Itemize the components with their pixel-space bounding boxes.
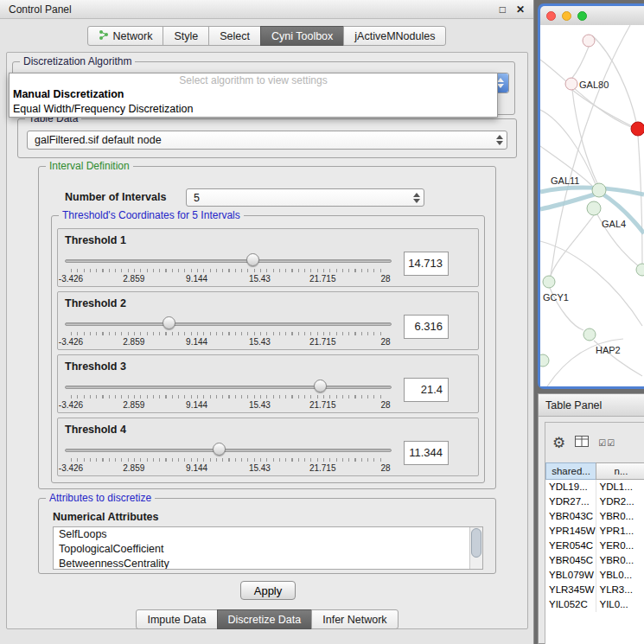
table-row[interactable]: YBR043CYBR0... [545,509,644,524]
table-row[interactable]: YBL079WYBL0... [545,568,644,583]
dropdown-option-manual-discretization[interactable]: Manual Discretization [10,87,497,102]
scrollbar-thumb[interactable] [471,528,481,558]
slider-thumb[interactable] [314,379,327,392]
slider-tick-label: 28 [380,400,390,410]
network-node[interactable] [631,122,644,136]
threshold-1-panel: Threshold 1 -3.4262.8599.14415.4321.7152… [57,228,479,287]
table-row[interactable]: YDL19...YDL1... [545,480,644,494]
slider-tick-label: 15.43 [249,400,271,410]
slider-thumb[interactable] [213,443,226,456]
show-columns-icon[interactable] [575,436,589,450]
network-graph: GAL80GAL11GAL4GCY1HAP2 [540,25,644,386]
table-cell[interactable]: YER054C [545,539,596,553]
table-cell[interactable]: YBR045C [545,553,596,568]
attribute-list-item[interactable]: SelfLoops [54,527,482,542]
close-icon[interactable]: ✕ [516,4,525,15]
number-of-intervals-select[interactable]: 5 [186,188,424,207]
dropdown-option-equal-width[interactable]: Equal Width/Frequency Discretization [10,102,497,117]
table-cell[interactable]: YER0... [596,539,644,553]
tab-impute-data[interactable]: Impute Data [136,609,217,629]
threshold-2-slider[interactable]: -3.4262.8599.14415.4321.71528 [65,315,392,349]
control-panel-tabbar: Network Style Select Cyni Toolbox jActiv… [0,26,533,46]
network-nodes: GAL80GAL11GAL4GCY1HAP2 [540,35,644,367]
table-cell[interactable]: YIL0... [596,597,644,612]
slider-thumb[interactable] [246,253,259,266]
threshold-4-value-field[interactable]: 11.344 [404,441,449,465]
network-node[interactable] [583,328,596,341]
column-header-name[interactable]: n... [596,462,644,480]
table-cell[interactable]: YIL052C [545,597,596,612]
table-cell[interactable]: YDL1... [596,480,644,494]
slider-ruler-ticks [71,332,386,335]
threshold-3-slider[interactable]: -3.4262.8599.14415.4321.71528 [65,378,392,412]
numerical-attributes-list[interactable]: SelfLoopsTopologicalCoefficientBetweenne… [53,526,483,570]
network-node[interactable] [565,78,577,90]
network-node[interactable] [587,201,601,215]
zoom-traffic-light-icon[interactable] [577,11,587,21]
slider-tick-label: 9.144 [186,463,207,473]
threshold-3-value-field[interactable]: 21.4 [404,378,449,402]
select-columns-icon[interactable]: ☑☑ [598,438,615,448]
table-cell[interactable]: YPR145W [545,524,596,539]
tab-label: Style [174,30,198,42]
attribute-list-item[interactable]: TopologicalCoefficient [54,542,482,557]
table-cell[interactable]: YBR0... [596,509,644,524]
slider-tick-label: 9.144 [186,400,207,410]
tab-network[interactable]: Network [87,26,164,46]
table-row[interactable]: YER054CYER0... [545,539,644,553]
table-cell[interactable]: YDL19... [545,480,596,494]
gear-icon[interactable]: ⚙ [552,436,565,450]
table-data-select[interactable]: galFiltered.sif default node [27,131,507,150]
threshold-4-panel: Threshold 4 -3.4262.8599.14415.4321.7152… [57,418,479,476]
table-cell[interactable]: YBL079W [545,568,596,583]
threshold-label: Threshold 4 [65,424,126,436]
slider-tick-label: -3.426 [59,463,83,473]
network-node[interactable] [636,264,644,276]
table-data-selected-value: galFiltered.sif default node [28,134,162,146]
table-cell[interactable]: YDR2... [596,494,644,509]
table-cell[interactable]: YPR1... [596,524,644,539]
network-node-label: GAL80 [579,80,609,90]
table-cell[interactable]: YLR345W [545,583,596,597]
table-cell[interactable]: YLR3... [596,583,644,597]
table-cell[interactable]: YBR043C [545,509,596,524]
table-row[interactable]: YBR045CYBR0... [545,553,644,568]
table-cell[interactable]: YBR0... [596,553,644,568]
table-row[interactable]: YPR145WYPR1... [545,524,644,539]
network-node[interactable] [540,354,549,367]
table-row[interactable]: YLR345WYLR3... [545,583,644,597]
tab-discretize-data[interactable]: Discretize Data [217,609,313,629]
apply-button[interactable]: Apply [240,581,296,600]
threshold-1-slider[interactable]: -3.4262.8599.14415.4321.71528 [65,252,392,286]
network-node[interactable] [583,35,595,47]
table-cell[interactable]: YDR27... [545,494,596,509]
minimize-traffic-light-icon[interactable] [562,11,571,21]
tab-cyni-toolbox[interactable]: Cyni Toolbox [260,26,344,46]
table-data-group: Table Data galFiltered.sif default node [17,118,517,158]
threshold-4-slider[interactable]: -3.4262.8599.14415.4321.71528 [65,441,392,475]
column-header-shared-name[interactable]: shared... [545,462,596,480]
table-cell[interactable]: YBL0... [596,568,644,583]
attributes-list-scrollbar[interactable] [469,527,482,569]
tab-jactivemnodules[interactable]: jActiveMNodules [343,26,446,46]
close-traffic-light-icon[interactable] [546,11,556,21]
slider-tick-label: -3.426 [59,274,83,284]
tab-style[interactable]: Style [163,26,209,46]
slider-tick-label: -3.426 [59,337,83,347]
combo-stepper-icon [496,131,503,149]
threshold-1-value-field[interactable]: 14.713 [404,252,449,276]
table-row[interactable]: YDR27...YDR2... [545,494,644,509]
network-window-titlebar[interactable] [540,6,644,25]
float-window-icon[interactable]: □ [500,4,506,15]
attribute-list-item[interactable]: BetweennessCentrality [54,557,482,570]
table-row[interactable]: YIL052CYIL0... [545,597,644,612]
threshold-2-value-field[interactable]: 6.316 [404,315,449,339]
tab-infer-network[interactable]: Infer Network [311,609,398,629]
slider-thumb[interactable] [163,316,175,329]
network-node[interactable] [543,276,555,288]
slider-tick-label: 2.859 [123,400,144,410]
slider-tick-label: 21.715 [309,274,336,284]
tab-select[interactable]: Select [208,26,261,46]
network-node[interactable] [592,183,606,197]
network-canvas[interactable]: GAL80GAL11GAL4GCY1HAP2 [540,25,644,386]
